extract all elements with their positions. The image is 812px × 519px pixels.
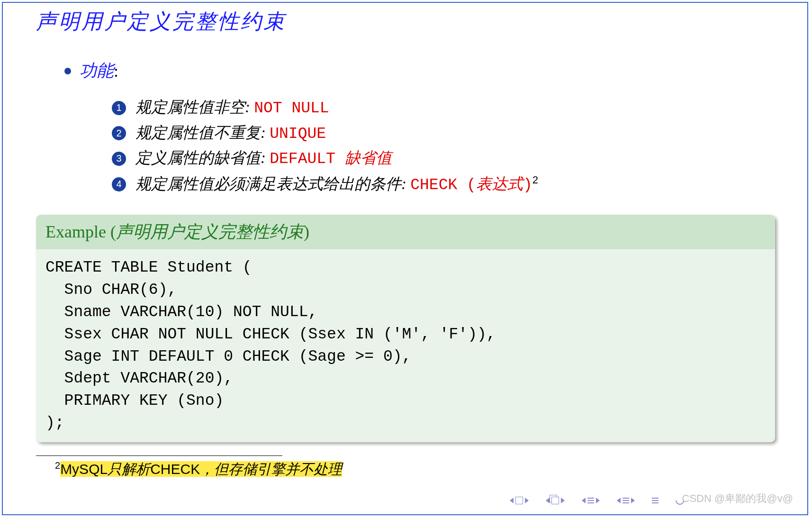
enum-text: 定义属性的缺省值: [135,149,270,166]
enum-badge: 2 [112,126,126,140]
example-code: CREATE TABLE Student ( Sno CHAR(6), Snam… [36,249,775,442]
nav-prev-icon[interactable] [582,498,600,503]
beamer-nav [510,496,684,505]
example-close: ) [304,222,309,241]
footnote: 2MySQL只解析CHECK，但存储引擎并不处理 [36,460,774,479]
nav-first-icon[interactable] [510,497,529,504]
code-keyword: ) [523,176,532,194]
footnote-divider [36,455,282,456]
footnote-text: 但存储引擎并不处理 [214,461,342,477]
enum-item-1: 1 规定属性值非空: NOT NULL [112,97,774,119]
enum-text: 规定属性值必须满足表达式给出的条件: [135,175,410,192]
footnote-text: CHECK [150,461,200,477]
enum-badge: 1 [112,101,126,115]
bullet-icon [64,68,71,74]
footnote-ref: 2 [532,174,538,186]
example-title: 声明用户定义完整性约束 [116,222,304,241]
csdn-watermark: CSDN @卑鄙的我@v@ [682,492,793,506]
enum-item-4: 4 规定属性值必须满足表达式给出的条件: CHECK (表达式)2 [112,173,774,196]
enum-text: 规定属性值非空: [135,99,254,116]
example-header: Example (声明用户定义完整性约束) [36,215,775,249]
footnote-text: ， [200,461,214,477]
enum-badge: 3 [112,152,126,166]
enum-item-3: 3 定义属性的缺省值: DEFAULT 缺省值 [112,147,774,170]
code-placeholder: 表达式 [476,175,523,192]
feature-bullet: 功能 : [64,59,774,82]
feature-label: 功能 [80,59,114,82]
nav-prev-section-icon[interactable] [546,497,565,504]
footnote-text: MySQL [60,461,108,477]
code-keyword: CHECK ( [410,176,476,194]
code-keyword: DEFAULT [270,150,344,168]
code-keyword: UNIQUE [270,125,326,143]
enum-badge: 4 [112,177,126,191]
footnote-text: 只解析 [108,461,150,477]
page-title: 声明用户定义完整性约束 [36,8,774,36]
enum-list: 1 规定属性值非空: NOT NULL 2 规定属性值不重复: UNIQUE 3… [112,97,774,196]
example-box: Example (声明用户定义完整性约束) CREATE TABLE Stude… [36,215,775,442]
code-keyword: NOT NULL [254,100,329,117]
enum-item-2: 2 规定属性值不重复: UNIQUE [112,122,774,145]
nav-next-icon[interactable] [617,498,635,503]
feature-colon: : [114,61,118,81]
code-placeholder: 缺省值 [345,149,392,166]
enum-text: 规定属性值不重复: [135,124,270,141]
slide-page: 声明用户定义完整性约束 功能 : 1 规定属性值非空: NOT NULL 2 规… [2,2,808,515]
example-label: Example ( [45,222,116,241]
footnote-marker: 2 [55,460,60,471]
nav-menu-icon[interactable] [652,498,659,503]
